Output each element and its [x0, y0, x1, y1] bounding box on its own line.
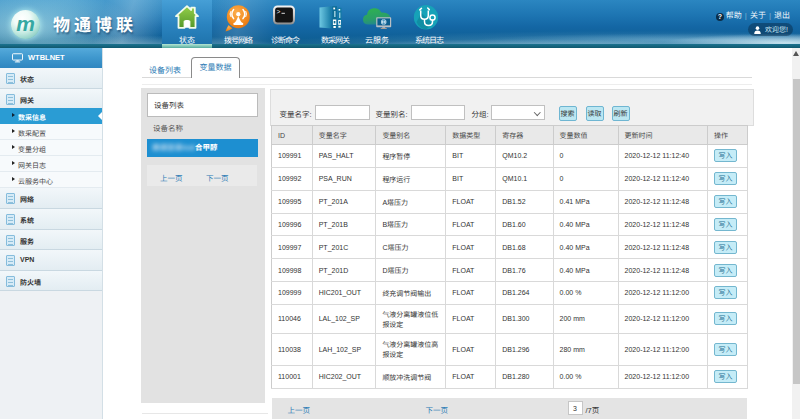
svg-text:>: >	[276, 9, 280, 16]
